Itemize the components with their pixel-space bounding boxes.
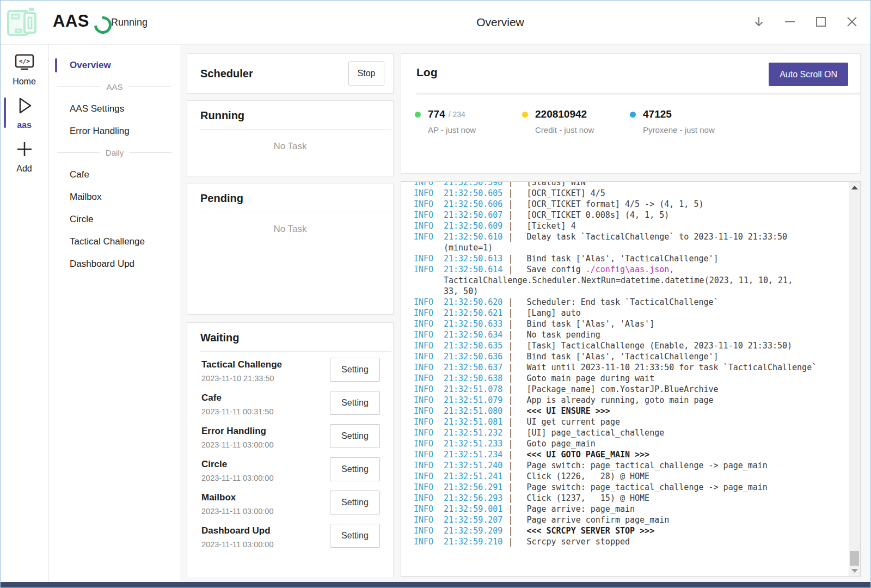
log-timestamp: 21:32:51.240	[444, 461, 502, 470]
log-separator: |	[502, 504, 526, 514]
setting-button[interactable]: Setting	[330, 491, 380, 514]
waiting-title: Waiting	[187, 332, 393, 344]
log-level: INFO	[414, 525, 444, 536]
home-code-monitor-icon: </>	[14, 53, 35, 75]
stop-button[interactable]: Stop	[348, 62, 384, 85]
log-message: [Package_name] com.YostarJP.BlueArchive	[526, 384, 718, 394]
auto-scroll-button[interactable]: Auto Scroll ON	[769, 63, 848, 86]
log-timestamp: 21:32:51.234	[444, 450, 502, 460]
log-message: Wait until 2023-11-10 21:33:50 for task …	[526, 363, 817, 372]
update-download-icon[interactable]	[752, 15, 765, 28]
log-message: (minute=1)	[444, 243, 493, 253]
running-card: Running No Task	[187, 100, 394, 176]
log-line: INFO21:32:51.078|[Package_name] com.Yost…	[414, 384, 831, 395]
log-separator: |	[502, 308, 526, 318]
log-timestamp: 21:32:50.621	[444, 308, 502, 318]
plus-icon	[14, 139, 35, 162]
setting-button[interactable]: Setting	[330, 358, 380, 382]
nav-item-label: Overview	[70, 60, 111, 70]
log-stat: 47125Pyroxene - just now	[630, 108, 715, 134]
log-separator: |	[502, 395, 526, 406]
setting-button[interactable]: Setting	[330, 391, 380, 415]
nav-section-label: AAS	[107, 82, 123, 91]
log-line: INFO21:32:50.636|Bind task ['Alas', 'Tac…	[414, 351, 831, 362]
log-line: INFO21:32:51.081|UI get current page	[414, 416, 831, 427]
rail-item-add[interactable]: Add	[1, 139, 48, 174]
log-separator: |	[502, 427, 526, 438]
divider	[416, 93, 860, 95]
log-separator: |	[502, 449, 526, 460]
log-timestamp: 21:32:56.293	[444, 493, 502, 503]
rail-item-label: Home	[13, 77, 36, 87]
stat-dot-icon	[630, 112, 636, 118]
log-console[interactable]: INFO21:32:50.598|[Status] WININFO21:32:5…	[401, 181, 861, 577]
log-message: Page switch: page_tactical_challenge -> …	[526, 461, 768, 470]
log-line: INFO21:32:51.232|[UI] page_tactical_chal…	[414, 427, 831, 438]
nav-item-aas-settings[interactable]: AAS Settings	[49, 97, 180, 120]
log-level: INFO	[414, 514, 444, 525]
nav-item-dashboard-upd[interactable]: Dashboard Upd	[49, 253, 180, 275]
log-message: [Lang] auto	[526, 308, 580, 318]
stat-value: 220810942	[535, 108, 587, 120]
nav-item-mailbox[interactable]: Mailbox	[49, 186, 180, 208]
log-separator: |	[502, 318, 526, 329]
log-timestamp: 21:32:51.081	[444, 417, 502, 427]
log-line: INFO21:32:51.233|Goto page_main	[414, 438, 831, 449]
log-timestamp: 21:32:50.633	[444, 319, 502, 329]
log-timestamp: 21:32:50.607	[444, 210, 502, 220]
log-timestamp: 21:32:50.636	[444, 352, 502, 362]
log-level: INFO	[414, 340, 444, 351]
log-separator: |	[502, 199, 526, 210]
close-button[interactable]	[845, 15, 858, 28]
nav-item-overview[interactable]: Overview	[49, 54, 180, 76]
setting-button[interactable]: Setting	[330, 524, 380, 548]
log-separator: |	[502, 460, 526, 471]
log-line: INFO21:32:56.293|Click (1237, 15) @ HOME	[414, 493, 831, 504]
log-separator: |	[502, 210, 526, 220]
log-level: INFO	[414, 493, 444, 504]
log-message: App is already running, goto main page	[526, 395, 713, 405]
log-message: [Task] TacticalChallenge (Enable, 2023-1…	[526, 341, 792, 351]
setting-button[interactable]: Setting	[330, 457, 380, 481]
divider-line	[129, 152, 172, 153]
log-timestamp: 21:32:51.080	[444, 406, 502, 416]
stat-value-row: 220810942	[522, 108, 594, 120]
app-logo-icon	[5, 4, 41, 40]
rail-item-aas[interactable]: aas	[1, 95, 48, 130]
scroll-up-arrow-icon[interactable]	[849, 182, 860, 193]
running-empty-label: No Task	[187, 141, 393, 152]
log-separator: |	[502, 231, 526, 242]
log-timestamp: 21:32:50.598	[444, 181, 502, 187]
log-message: TacticalChallenge.Scheduler.NextRun=date…	[444, 275, 793, 285]
log-message: Scrcpy server stopped	[526, 537, 630, 547]
scroll-down-arrow-icon[interactable]	[849, 565, 860, 576]
log-level: INFO	[414, 210, 444, 220]
nav-item-cafe[interactable]: Cafe	[49, 163, 180, 186]
log-message: 33, 50)	[444, 286, 478, 296]
log-message: Save config ./config\aas.json,	[526, 265, 674, 274]
log-separator: |	[502, 188, 526, 199]
log-scrollbar[interactable]	[849, 182, 860, 576]
maximize-button[interactable]	[814, 15, 827, 28]
nav-item-circle[interactable]: Circle	[49, 208, 180, 230]
rail-item-home[interactable]: </>Home	[1, 53, 48, 87]
scheduler-title: Scheduler	[200, 68, 253, 80]
nav-item-label: Cafe	[70, 169, 89, 180]
scrollbar-thumb[interactable]	[850, 551, 859, 566]
log-separator: |	[502, 181, 526, 188]
log-stat: 220810942Credit - just now	[522, 108, 594, 134]
log-level: INFO	[414, 482, 444, 493]
log-line: 33, 50)	[414, 286, 831, 297]
divider-line	[57, 87, 101, 87]
minimize-button[interactable]	[783, 15, 796, 28]
nav-item-tactical-challenge[interactable]: Tactical Challenge	[49, 230, 180, 253]
nav-item-label: Mailbox	[70, 192, 102, 202]
log-level: INFO	[414, 351, 444, 362]
nav-item-error-handling[interactable]: Error Handling	[49, 120, 180, 142]
log-separator: |	[502, 406, 526, 416]
log-separator: |	[502, 482, 526, 493]
log-separator: |	[502, 297, 526, 308]
app-window: AAS Running Overview </>HomeaasAdd Overv…	[0, 0, 871, 588]
log-timestamp: 21:32:51.241	[444, 471, 502, 481]
setting-button[interactable]: Setting	[330, 424, 380, 448]
